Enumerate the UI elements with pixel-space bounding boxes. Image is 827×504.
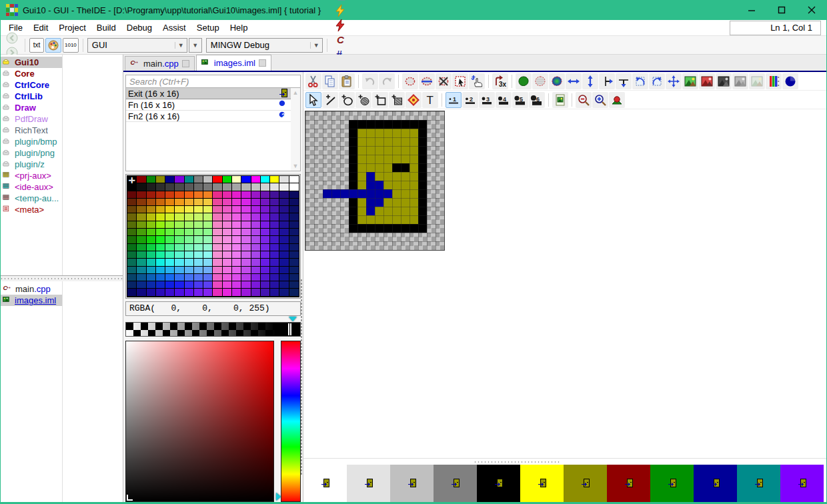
- tab-state-square[interactable]: [182, 60, 189, 67]
- palette-color[interactable]: [251, 274, 261, 281]
- package-item[interactable]: <temp-au...: [1, 193, 62, 204]
- palette-color[interactable]: [241, 267, 251, 274]
- palette-color[interactable]: [127, 199, 137, 206]
- palette-color[interactable]: [147, 213, 156, 221]
- line-tool-button[interactable]: [322, 92, 338, 108]
- image-list-item[interactable]: Exit (16 x 16): [126, 88, 300, 99]
- package-item[interactable]: plugin/bmp: [1, 136, 62, 147]
- palette-color[interactable]: [127, 251, 137, 259]
- package-item[interactable]: RichText: [1, 125, 62, 136]
- palette-color[interactable]: [137, 274, 146, 281]
- palette-color[interactable]: [279, 191, 289, 199]
- rebuild-button[interactable]: [331, 18, 349, 33]
- palette-color[interactable]: [194, 259, 203, 266]
- palette-color[interactable]: [194, 281, 203, 289]
- palette-color[interactable]: [232, 221, 241, 229]
- palette-color[interactable]: [241, 176, 251, 183]
- image-red-button[interactable]: [699, 73, 715, 89]
- palette-color[interactable]: [165, 229, 175, 236]
- resize-cross-button[interactable]: [666, 73, 682, 89]
- arrow-vertical-button[interactable]: [582, 73, 598, 89]
- menu-setup[interactable]: Setup: [191, 21, 225, 35]
- palette-color[interactable]: [156, 199, 165, 206]
- palette-color[interactable]: [223, 213, 232, 221]
- palette-color[interactable]: [232, 176, 241, 183]
- maximize-button[interactable]: [766, 0, 796, 20]
- palette-color[interactable]: [232, 274, 241, 281]
- image-normal-button[interactable]: [682, 73, 698, 89]
- palette-color[interactable]: [213, 236, 222, 243]
- palette-color[interactable]: [241, 259, 251, 266]
- palette-color[interactable]: [270, 206, 279, 213]
- search-input[interactable]: [125, 75, 301, 88]
- palette-color[interactable]: [165, 191, 175, 199]
- palette-color[interactable]: [279, 289, 289, 296]
- image-dark-button[interactable]: [716, 73, 732, 89]
- palette-color[interactable]: [251, 191, 261, 199]
- palette-color[interactable]: [127, 267, 137, 274]
- palette-color[interactable]: [261, 259, 270, 266]
- palette-color[interactable]: [251, 251, 261, 259]
- palette-color[interactable]: [165, 213, 175, 221]
- package-item[interactable]: <prj-aux>: [1, 170, 62, 181]
- palette-color[interactable]: [156, 236, 165, 243]
- palette-color[interactable]: [223, 176, 232, 183]
- palette-color[interactable]: [241, 229, 251, 236]
- minimize-button[interactable]: [736, 0, 766, 20]
- palette-color[interactable]: [137, 206, 146, 213]
- palette-color[interactable]: [232, 251, 241, 259]
- palette-color[interactable]: [261, 176, 270, 183]
- palette-color[interactable]: [185, 236, 194, 243]
- palette-color[interactable]: [137, 244, 146, 251]
- palette-color[interactable]: [279, 199, 289, 206]
- palette-color[interactable]: [279, 259, 289, 266]
- palette-color[interactable]: [270, 251, 279, 259]
- palette-color[interactable]: [127, 213, 137, 221]
- palette-color[interactable]: [127, 221, 137, 229]
- pen-size-2-button[interactable]: 2: [462, 92, 478, 108]
- preview-swatch[interactable]: [694, 465, 737, 502]
- palette-color[interactable]: [137, 236, 146, 243]
- palette-color[interactable]: [251, 236, 261, 243]
- tab-main-cpp[interactable]: C++main.cpp: [125, 56, 195, 71]
- palette-color[interactable]: [127, 274, 137, 281]
- redo-button[interactable]: [379, 73, 395, 89]
- palette-color[interactable]: [213, 251, 222, 259]
- palette-color[interactable]: [251, 213, 261, 221]
- palette-color[interactable]: [194, 176, 203, 183]
- palette-color[interactable]: [185, 206, 194, 213]
- palette-color[interactable]: [175, 274, 184, 281]
- chevron-down-icon[interactable]: ▼: [310, 42, 322, 49]
- palette-color[interactable]: [289, 206, 299, 213]
- palette-color[interactable]: [175, 251, 184, 259]
- palette-color[interactable]: [156, 274, 165, 281]
- package-item[interactable]: PdfDraw: [1, 113, 62, 125]
- palette-color[interactable]: [232, 267, 241, 274]
- palette-color[interactable]: [279, 244, 289, 251]
- palette-color[interactable]: [213, 206, 222, 213]
- palette-color[interactable]: [270, 259, 279, 266]
- palette-color[interactable]: [194, 221, 203, 229]
- palette-color[interactable]: [127, 236, 137, 243]
- copy-button[interactable]: [322, 73, 338, 89]
- palette-color[interactable]: [251, 229, 261, 236]
- palette-color[interactable]: [185, 281, 194, 289]
- palette-color[interactable]: [241, 244, 251, 251]
- arrow-horizontal-button[interactable]: [566, 73, 582, 89]
- palette-color[interactable]: [175, 176, 184, 183]
- image-gray-button[interactable]: [732, 73, 748, 89]
- palette-color[interactable]: [165, 183, 175, 191]
- palette-color[interactable]: [147, 183, 156, 191]
- preview-swatch[interactable]: [390, 465, 434, 502]
- blob-checker-button[interactable]: [532, 73, 548, 89]
- preview-swatch[interactable]: [520, 465, 564, 502]
- palette-color[interactable]: [156, 267, 165, 274]
- close-button[interactable]: [796, 0, 826, 20]
- palette-color[interactable]: [194, 274, 203, 281]
- palette-color[interactable]: [165, 281, 175, 289]
- image-doc-button[interactable]: [552, 92, 568, 108]
- alpha-marker-icon[interactable]: [289, 317, 297, 321]
- hue-slider[interactable]: [281, 341, 301, 502]
- designer-mode-button[interactable]: [45, 38, 61, 53]
- palette-color[interactable]: [223, 289, 232, 296]
